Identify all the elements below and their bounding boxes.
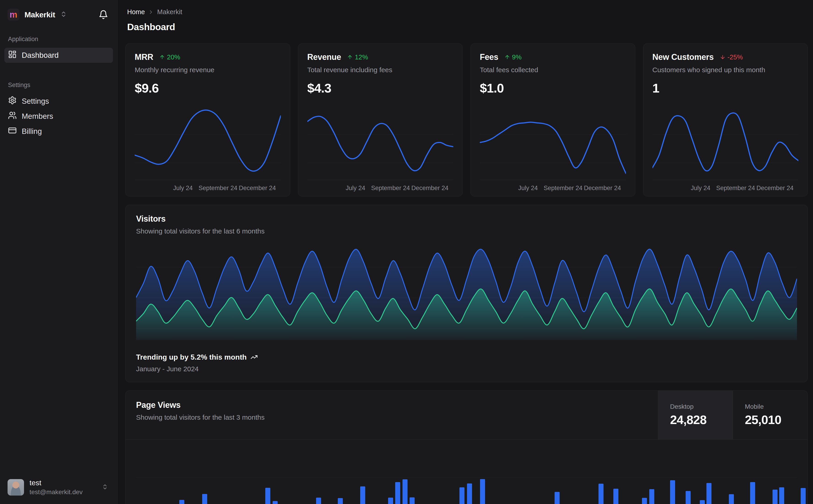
sidebar-item-label: Dashboard bbox=[22, 51, 58, 60]
visitors-card: Visitors Showing total visitors for the … bbox=[125, 205, 808, 382]
bar bbox=[410, 497, 415, 504]
stat-value: $4.3 bbox=[307, 81, 453, 95]
bar bbox=[700, 500, 705, 504]
stat-card-mrr: MRR 20% Monthly recurring revenue $9.6 J… bbox=[125, 43, 290, 196]
stat-subtitle: Total fees collected bbox=[480, 66, 626, 74]
trend-text: Trending up by 5.2% this month bbox=[136, 353, 247, 361]
chevron-right-icon bbox=[148, 9, 154, 15]
x-axis-labels: July 24 September 24 December 24 bbox=[653, 180, 799, 196]
stat-title: New Customers bbox=[653, 52, 714, 62]
bar bbox=[801, 488, 806, 504]
breadcrumb-home[interactable]: Home bbox=[127, 8, 145, 16]
page-views-card: Page Views Showing total visitors for th… bbox=[125, 390, 808, 504]
bar bbox=[686, 491, 691, 504]
stat-value: 1 bbox=[653, 81, 799, 95]
sidebar-item-settings[interactable]: Settings bbox=[4, 94, 113, 109]
trend-badge: 20% bbox=[159, 53, 180, 61]
bar bbox=[707, 483, 712, 504]
nav-section-settings: Settings bbox=[0, 82, 117, 94]
stat-subtitle: Monthly recurring revenue bbox=[135, 66, 281, 74]
sidebar: m Makerkit Application Dashboard bbox=[0, 0, 117, 504]
makerkit-logo: m bbox=[8, 9, 19, 21]
bar bbox=[338, 498, 343, 504]
chevrons-up-down-icon[interactable] bbox=[60, 11, 67, 19]
users-icon bbox=[8, 111, 17, 122]
bell-icon[interactable] bbox=[98, 10, 108, 19]
bar bbox=[773, 490, 778, 504]
user-name: test bbox=[29, 479, 96, 487]
stat-value: $9.6 bbox=[135, 81, 281, 95]
x-axis-labels: July 24 September 24 December 24 bbox=[135, 180, 281, 196]
stat-title: Revenue bbox=[307, 52, 341, 62]
sidebar-item-billing[interactable]: Billing bbox=[4, 124, 113, 139]
app-root: m Makerkit Application Dashboard bbox=[0, 0, 813, 504]
trend-badge: 9% bbox=[504, 53, 522, 61]
logo-letter: m bbox=[10, 10, 17, 19]
nav-section-application: Application bbox=[0, 36, 117, 48]
arrow-down-icon bbox=[720, 54, 726, 60]
x-axis-labels: July 24 September 24 December 24 bbox=[307, 180, 453, 196]
sidebar-item-dashboard[interactable]: Dashboard bbox=[4, 48, 113, 63]
breadcrumb-current[interactable]: Makerkit bbox=[157, 8, 182, 16]
stat-value: $1.0 bbox=[480, 81, 626, 95]
stat-subtitle: Total revenue including fees bbox=[307, 66, 453, 74]
trending-up-icon bbox=[251, 353, 258, 361]
bar bbox=[403, 479, 408, 504]
workspace-selector[interactable]: Makerkit bbox=[24, 10, 55, 19]
sidebar-nav: Application Dashboard Settings Settings bbox=[0, 21, 117, 472]
arrow-up-icon bbox=[159, 54, 165, 60]
bar bbox=[316, 498, 321, 504]
bar bbox=[467, 483, 472, 504]
arrow-up-icon bbox=[347, 54, 353, 60]
toggle-desktop[interactable]: Desktop 24,828 bbox=[658, 391, 733, 439]
sparkline-chart bbox=[480, 101, 626, 180]
page-views-header: Page Views Showing total visitors for th… bbox=[125, 391, 808, 440]
dashboard-icon bbox=[8, 50, 17, 61]
page-views-title: Page Views bbox=[136, 400, 658, 410]
main-content: Home Makerkit Dashboard MRR 20% Monthly … bbox=[117, 0, 813, 504]
sidebar-item-members[interactable]: Members bbox=[4, 109, 113, 124]
sidebar-item-label: Settings bbox=[22, 97, 49, 106]
bar bbox=[642, 498, 647, 504]
bar bbox=[670, 480, 675, 504]
sidebar-item-label: Members bbox=[22, 112, 53, 121]
visitors-title: Visitors bbox=[136, 214, 797, 224]
stat-card-fees: Fees 9% Total fees collected $1.0 July 2… bbox=[470, 43, 635, 196]
user-meta: test test@makerkit.dev bbox=[29, 479, 96, 496]
trend-text-row: Trending up by 5.2% this month bbox=[136, 353, 797, 361]
sparkline-chart bbox=[653, 101, 799, 180]
bar bbox=[179, 500, 184, 504]
bar bbox=[273, 501, 278, 504]
bar bbox=[459, 487, 464, 504]
breadcrumb: Home Makerkit bbox=[125, 8, 808, 16]
bar bbox=[202, 494, 207, 504]
date-range: January - June 2024 bbox=[136, 365, 797, 373]
page-title: Dashboard bbox=[125, 16, 808, 32]
stat-subtitle: Customers who signed up this month bbox=[653, 66, 799, 74]
bar bbox=[395, 482, 400, 504]
user-email: test@makerkit.dev bbox=[29, 488, 96, 496]
bar bbox=[388, 498, 393, 504]
x-axis-labels: July 24 September 24 December 24 bbox=[480, 180, 626, 196]
user-menu[interactable]: test test@makerkit.dev bbox=[0, 472, 117, 504]
page-views-subtitle: Showing total visitors for the last 3 mo… bbox=[136, 414, 658, 421]
bar bbox=[779, 487, 784, 504]
avatar bbox=[8, 479, 24, 496]
stat-card-revenue: Revenue 12% Total revenue including fees… bbox=[298, 43, 463, 196]
stats-row: MRR 20% Monthly recurring revenue $9.6 J… bbox=[125, 43, 808, 196]
bar bbox=[649, 489, 654, 504]
credit-card-icon bbox=[8, 126, 17, 137]
bar bbox=[265, 488, 270, 504]
bar bbox=[729, 494, 734, 504]
sidebar-header: m Makerkit bbox=[0, 0, 117, 21]
bar bbox=[598, 484, 603, 504]
sparkline-chart bbox=[307, 101, 453, 180]
sidebar-item-label: Billing bbox=[22, 127, 42, 136]
gear-icon bbox=[8, 96, 17, 106]
visitors-subtitle: Showing total visitors for the last 6 mo… bbox=[136, 227, 797, 235]
trend-badge: 12% bbox=[347, 53, 368, 61]
toggle-mobile[interactable]: Mobile 25,010 bbox=[733, 391, 808, 439]
stat-card-new-customers: New Customers -25% Customers who signed … bbox=[643, 43, 808, 196]
bar bbox=[554, 492, 559, 504]
bar bbox=[750, 482, 755, 504]
